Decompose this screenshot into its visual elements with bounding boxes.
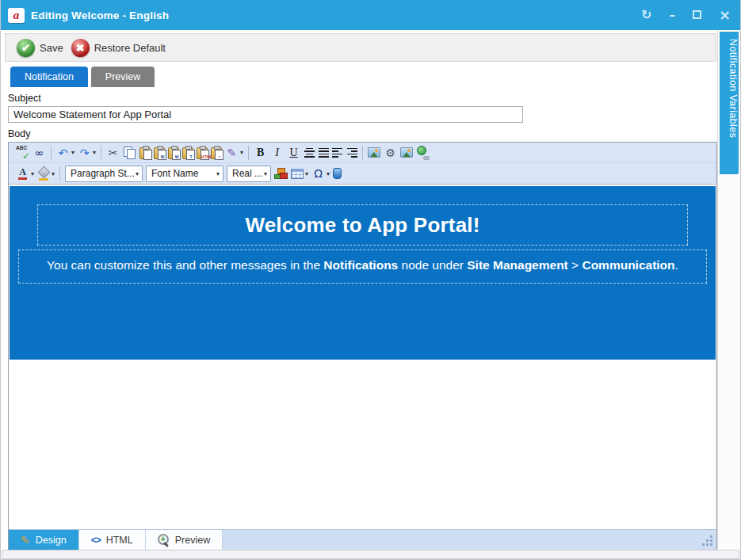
notification-variables-tab[interactable]: Notification Variables	[720, 32, 739, 174]
redo-button[interactable]: ↷▾	[76, 144, 97, 162]
paste-html-button[interactable]: HTML	[195, 144, 209, 162]
editor-tab-design-label: Design	[36, 535, 67, 546]
insert-symbol-button[interactable]: Ω▾	[310, 165, 331, 182]
command-toolbar: ✔ Save ✖ Restore Default	[5, 33, 716, 62]
hyperlink-manager-button[interactable]	[414, 144, 431, 162]
italic-icon: I	[270, 146, 284, 159]
color-sets-icon	[274, 168, 288, 180]
toolbar-separator	[362, 146, 363, 160]
bold-button[interactable]: B	[252, 144, 269, 162]
editor-tab-preview-label: Preview	[175, 535, 210, 546]
zoom-icon	[158, 534, 170, 546]
undo-button[interactable]: ↶▾	[55, 144, 76, 162]
document-manager-button[interactable]	[399, 144, 414, 162]
background-color-dropdown-arrow[interactable]: ▾	[52, 170, 55, 177]
spellcheck-icon: ABC✓	[16, 146, 29, 159]
undo-icon: ↶	[56, 146, 70, 159]
editor-tab-html-label: HTML	[106, 535, 133, 546]
align-right-button[interactable]	[345, 144, 359, 162]
subject-input[interactable]	[8, 106, 523, 123]
save-check-icon: ✔	[17, 39, 35, 57]
color-sets-button[interactable]	[273, 165, 289, 182]
justify-button[interactable]	[316, 144, 330, 162]
paste-icon	[139, 147, 151, 159]
welcome-heading: Welcome to App Portal!	[245, 213, 479, 238]
editor-content-area[interactable]: Welcome to App Portal! You can customize…	[9, 185, 716, 529]
underline-button[interactable]: U	[285, 144, 302, 162]
paste-as-html-icon: ::	[211, 147, 222, 159]
background-color-button[interactable]: ▾	[36, 165, 56, 182]
justify-icon	[318, 146, 329, 159]
insert-table-icon	[291, 169, 304, 179]
close-button[interactable]: ×	[719, 8, 731, 22]
paste-plain-text-button[interactable]: T	[181, 144, 195, 162]
italic-button[interactable]: I	[269, 144, 285, 162]
paragraph-text-segment: node under	[398, 258, 467, 272]
body-label: Body	[8, 128, 717, 139]
paste-from-word-icon: W	[154, 147, 165, 159]
font-name-select-value: Font Name	[151, 168, 198, 179]
insert-table-button[interactable]: ▾	[289, 165, 310, 182]
format-stripper-dropdown-arrow[interactable]: ▾	[240, 149, 243, 156]
paragraph-text-segment: >	[568, 258, 582, 272]
media-manager-button[interactable]: ⚙	[382, 144, 399, 162]
font-size-select[interactable]: Real ...▾	[227, 166, 271, 182]
refresh-button[interactable]: ↻	[641, 9, 651, 21]
toolbar-separator	[248, 146, 249, 160]
media-manager-icon: ⚙	[384, 146, 397, 159]
paste-from-word-button[interactable]: W	[152, 144, 166, 162]
paragraph-style-select[interactable]: Paragraph St...▾	[65, 166, 143, 182]
heading-block[interactable]: Welcome to App Portal!	[37, 204, 688, 246]
status-bar	[2, 550, 739, 559]
dialog-window: a Editing Welcome - English ↻ – × ✔ Save…	[0, 0, 741, 560]
tab-preview[interactable]: Preview	[91, 67, 155, 87]
paragraph-block[interactable]: You can customize this and other message…	[18, 250, 707, 284]
background-color-icon	[37, 167, 50, 181]
title-bar[interactable]: a Editing Welcome - English ↻ – ×	[1, 0, 740, 30]
subject-label: Subject	[8, 93, 717, 104]
paste-from-word-strip-font-button[interactable]: W	[166, 144, 181, 162]
font-size-select-dropdown-arrow-icon: ▾	[264, 170, 267, 177]
paste-plain-text-icon: T	[182, 147, 193, 159]
customize-paragraph: You can customize this and other message…	[47, 258, 678, 272]
insert-symbol-dropdown-arrow[interactable]: ▾	[327, 170, 330, 177]
align-center-button[interactable]	[302, 144, 316, 162]
image-manager-button[interactable]	[366, 144, 382, 162]
cut-icon: ✂	[106, 146, 120, 159]
toolbar-separator	[101, 146, 101, 160]
paste-button[interactable]	[138, 144, 152, 162]
align-left-button[interactable]	[330, 144, 345, 162]
restore-default-label: Restore Default	[94, 42, 166, 54]
foreground-color-button[interactable]: A▾	[14, 165, 36, 182]
paragraph-style-select-dropdown-arrow-icon: ▾	[136, 170, 139, 177]
pencil-icon: ✎	[21, 534, 30, 547]
font-name-select[interactable]: Font Name▾	[146, 166, 223, 182]
rich-text-editor: ABC✓∞↶▾↷▾✂WWTHTML::✎▾BIU⚙ A▾▾Paragraph S…	[8, 142, 717, 550]
save-button[interactable]: ✔ Save	[17, 39, 63, 57]
redo-dropdown-arrow[interactable]: ▾	[93, 149, 96, 156]
copy-button[interactable]	[121, 144, 138, 162]
cut-button[interactable]: ✂	[105, 144, 121, 162]
restore-default-button[interactable]: ✖ Restore Default	[71, 39, 166, 57]
paragraph-text-segment: Site Management	[467, 258, 567, 272]
undo-dropdown-arrow[interactable]: ▾	[71, 149, 74, 156]
find-and-replace-button[interactable]: ∞	[31, 144, 48, 162]
hyperlink-manager-icon	[416, 146, 430, 159]
editor-tab-design[interactable]: ✎Design	[9, 530, 79, 550]
format-stripper-icon: ✎	[225, 146, 239, 159]
resize-grip[interactable]	[710, 543, 712, 546]
tab-notification[interactable]: Notification	[10, 67, 88, 87]
email-body-blue-section[interactable]: Welcome to App Portal! You can customize…	[10, 186, 716, 360]
editor-tab-preview[interactable]: Preview	[146, 530, 223, 550]
toolbar-separator	[59, 166, 60, 181]
insert-table-dropdown-arrow[interactable]: ▾	[305, 170, 308, 177]
app-icon: a	[8, 8, 25, 23]
editor-tab-html[interactable]: <>HTML	[79, 530, 146, 550]
ink-annotation-button[interactable]	[331, 165, 343, 182]
format-stripper-button[interactable]: ✎▾	[223, 144, 245, 162]
minimize-button[interactable]: –	[669, 10, 675, 21]
window-title: Editing Welcome - English	[31, 10, 641, 21]
foreground-color-dropdown-arrow[interactable]: ▾	[31, 170, 34, 177]
maximize-button[interactable]	[693, 10, 701, 21]
spellcheck-button[interactable]: ABC✓	[14, 144, 31, 162]
